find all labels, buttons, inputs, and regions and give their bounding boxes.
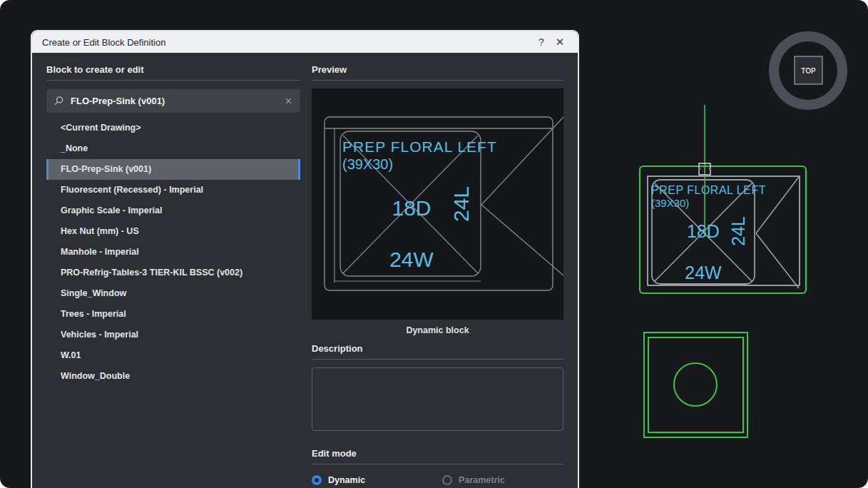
edit-mode-options: Dynamic Parametric [312, 475, 563, 485]
dynamic-block-caption: Dynamic block [312, 324, 563, 337]
list-item[interactable]: Manhole - Imperial [46, 242, 300, 263]
list-item[interactable]: Graphic Scale - Imperial [46, 200, 300, 221]
description-label: Description [312, 343, 563, 355]
create-edit-block-dialog: Create or Edit Block Definition ? ✕ Bloc… [31, 30, 579, 488]
sink-size-text: (39X30) [651, 197, 689, 209]
sink-title-text: PREP FLORAL LEFT [651, 184, 766, 196]
list-item[interactable]: PRO-Refrig-Tables-3 TIER-KIL BSSC (v002) [46, 263, 300, 283]
sink-depth-text: 18D [687, 221, 720, 241]
radio-dynamic-label: Dynamic [328, 475, 365, 485]
viewcube-top-label: TOP [801, 67, 816, 75]
snap-dot [709, 168, 711, 170]
list-item[interactable]: Hex Nut (mm) - US [46, 221, 300, 242]
sink-length-text: 24L [728, 216, 748, 246]
divider [312, 80, 563, 81]
divider [312, 359, 563, 360]
list-item[interactable]: Vehicles - Imperial [46, 325, 300, 345]
preview-depth-text: 18D [392, 196, 431, 220]
close-button[interactable]: ✕ [551, 36, 569, 49]
list-item[interactable]: Single_Window [46, 283, 300, 304]
block-list: <Current Drawing> _None FLO-Prep-Sink (v… [46, 118, 300, 387]
list-item-selected[interactable]: FLO-Prep-Sink (v001) [46, 159, 300, 180]
list-item[interactable]: W.01 [46, 345, 300, 366]
snap-dot [698, 168, 700, 170]
dialog-titlebar[interactable]: Create or Edit Block Definition ? ✕ [32, 31, 578, 53]
search-value[interactable]: FLO-Prep-Sink (v001) [71, 96, 284, 106]
divider [312, 464, 563, 464]
preview-length-text: 24L [449, 186, 473, 222]
sink-block-drawing[interactable]: PREP FLORAL LEFT (39X30) 18D 24L 24W [640, 105, 806, 293]
list-item[interactable]: _None [46, 138, 300, 159]
radio-parametric[interactable]: Parametric [442, 475, 505, 485]
square-circle-block-drawing[interactable] [644, 332, 747, 437]
divider [46, 80, 300, 81]
preview-section-label: Preview [312, 64, 563, 76]
dialog-title: Create or Edit Block Definition [42, 37, 532, 48]
radio-dynamic[interactable]: Dynamic [312, 475, 365, 485]
preview-width-text: 24W [389, 248, 434, 271]
block-preview-drawing: PREP FLORAL LEFT (39X30) 18D 24L 24W [312, 88, 563, 320]
list-item[interactable]: Fluorescent (Recessed) - Imperial [46, 180, 300, 200]
radio-unselected-icon[interactable] [442, 475, 452, 485]
viewcube[interactable]: TOP [774, 36, 842, 105]
radio-selected-icon[interactable] [312, 475, 322, 485]
list-item[interactable]: <Current Drawing> [46, 118, 300, 138]
preview-size-text: (39X30) [342, 156, 393, 172]
clear-search-icon[interactable]: × [284, 96, 293, 107]
block-preview: PREP FLORAL LEFT (39X30) 18D 24L 24W [312, 88, 563, 320]
search-icon [53, 96, 64, 106]
block-search-input[interactable]: FLO-Prep-Sink (v001) × [46, 89, 300, 113]
edit-mode-label: Edit mode [312, 448, 563, 459]
sink-width-text: 24W [685, 263, 722, 283]
block-section-label: Block to create or edit [46, 64, 300, 76]
radio-parametric-label: Parametric [459, 475, 505, 485]
app-screen: TOP PREP FLORAL LEFT (39X30) 18D 24L 24W [0, 0, 868, 488]
description-input[interactable] [312, 367, 563, 431]
list-item[interactable]: Trees - Imperial [46, 304, 300, 325]
list-item[interactable]: Window_Double [46, 366, 300, 387]
help-button[interactable]: ? [532, 36, 551, 48]
preview-title-text: PREP FLORAL LEFT [342, 138, 497, 155]
